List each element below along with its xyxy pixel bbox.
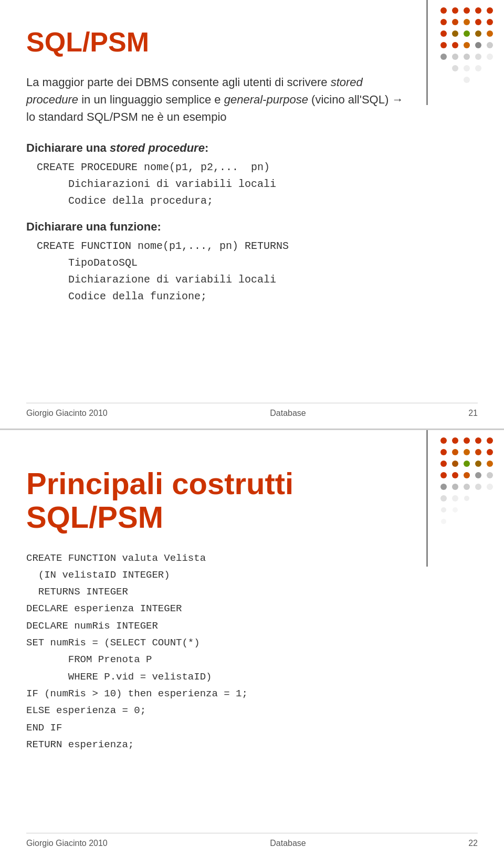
code-l11: END IF [26,719,478,736]
page1-title: SQL/PSM [26,26,478,58]
svg-point-57 [441,507,446,513]
svg-point-8 [475,19,481,25]
section1-header: Dichiarare una stored procedure: [26,141,478,155]
code-line-6: Dichiarazione di variabili locali [68,271,478,288]
svg-point-48 [487,472,493,478]
svg-point-17 [464,42,470,48]
svg-point-1 [452,7,458,14]
page-1: SQL/PSM La maggior parte dei DBMS consen… [0,0,504,428]
decorative-line-1 [426,0,428,105]
code-l7: FROM Prenota P [26,651,478,668]
code-line-2: Dichiarazioni di variabili locali [68,176,478,193]
svg-point-12 [464,30,470,37]
code-l9: IF (numRis > 10) then esperienza = 1; [26,685,478,702]
svg-point-27 [475,65,481,71]
svg-point-15 [440,42,447,48]
code-line-1: CREATE PROCEDURE nome(p1, p2,... pn) [37,159,478,176]
code-l6: SET numRis = (SELECT COUNT(*) [26,634,478,651]
svg-point-21 [452,54,458,60]
code-line-5: TipoDatoSQL [68,255,478,271]
svg-point-13 [475,30,481,37]
code-line-4: CREATE FUNCTION nome(p1,..., pn) RETURNS [37,238,478,255]
svg-point-28 [464,77,470,83]
svg-point-34 [440,449,447,455]
section2-header: Dichiarare una funzione: [26,220,478,234]
svg-point-31 [464,437,470,444]
code-line-3: Codice della procedura; [68,193,478,210]
svg-point-59 [441,519,446,524]
svg-point-56 [464,496,469,501]
decorative-line-2 [426,430,428,567]
svg-point-39 [440,461,447,467]
code-l2: (IN velistaID INTEGER) [26,567,478,583]
svg-point-20 [440,54,447,60]
svg-point-50 [452,484,458,490]
svg-point-6 [452,19,458,25]
svg-point-10 [440,30,447,37]
dot-pattern-2 [433,433,501,540]
svg-point-40 [452,461,458,467]
section2-code: CREATE FUNCTION nome(p1,..., pn) RETURNS… [37,238,478,305]
svg-point-52 [475,484,481,490]
svg-point-29 [440,437,447,444]
svg-point-53 [487,484,493,490]
page-2: Principali costrutti SQL/PSM CREATE FUNC… [0,430,504,857]
svg-point-44 [440,472,447,478]
footer2-left: Giorgio Giacinto 2010 [26,839,108,848]
page2-title-line2: SQL/PSM [26,500,163,534]
svg-point-14 [487,30,493,37]
dot-pattern-1 [433,3,501,89]
svg-point-23 [475,54,481,60]
svg-point-49 [440,484,447,490]
footer-right: 21 [468,409,478,418]
footer2-center: Database [270,839,306,848]
code-l10: ELSE esperienza = 0; [26,702,478,719]
code-l3: RETURNS INTEGER [26,583,478,600]
footer-center: Database [270,409,306,418]
svg-point-30 [452,437,458,444]
svg-point-58 [453,507,458,513]
svg-point-42 [475,461,481,467]
code-block-main: CREATE FUNCTION valuta Velista (IN velis… [26,550,478,754]
code-l12: RETURN esperienza; [26,736,478,753]
svg-point-36 [464,449,470,455]
page2-title-line1: Principali costrutti [26,466,293,500]
svg-point-45 [452,472,458,478]
svg-point-0 [440,7,447,14]
svg-point-22 [464,54,470,60]
svg-point-18 [475,42,481,48]
svg-point-46 [464,472,470,478]
footer2-right: 22 [468,839,478,848]
svg-point-32 [475,437,481,444]
code-l4: DECLARE esperienza INTEGER [26,600,478,617]
svg-point-35 [452,449,458,455]
code-l8: WHERE P.vid = velistaID) [26,668,478,685]
svg-point-5 [440,19,447,25]
intro-paragraph: La maggior parte dei DBMS consente agli … [26,74,404,126]
svg-point-25 [452,65,458,71]
svg-point-43 [487,461,493,467]
svg-point-47 [475,472,481,478]
svg-point-33 [487,437,493,444]
code-l5: DECLARE numRis INTEGER [26,618,478,634]
svg-point-2 [464,7,470,14]
page1-footer: Giorgio Giacinto 2010 Database 21 [26,403,478,418]
svg-point-9 [487,19,493,25]
svg-point-26 [464,65,470,71]
svg-point-4 [487,7,493,14]
svg-point-38 [487,449,493,455]
svg-point-55 [452,495,458,501]
section1-code: CREATE PROCEDURE nome(p1, p2,... pn) Dic… [37,159,478,210]
svg-point-51 [464,484,470,490]
svg-point-37 [475,449,481,455]
footer-left: Giorgio Giacinto 2010 [26,409,108,418]
page2-footer: Giorgio Giacinto 2010 Database 22 [26,833,478,848]
page2-title: Principali costrutti SQL/PSM [26,467,478,534]
svg-point-7 [464,19,470,25]
svg-point-16 [452,42,458,48]
svg-point-24 [487,54,493,60]
svg-point-54 [440,495,447,501]
svg-point-19 [487,42,493,48]
svg-point-11 [452,30,458,37]
code-l1: CREATE FUNCTION valuta Velista [26,550,478,567]
